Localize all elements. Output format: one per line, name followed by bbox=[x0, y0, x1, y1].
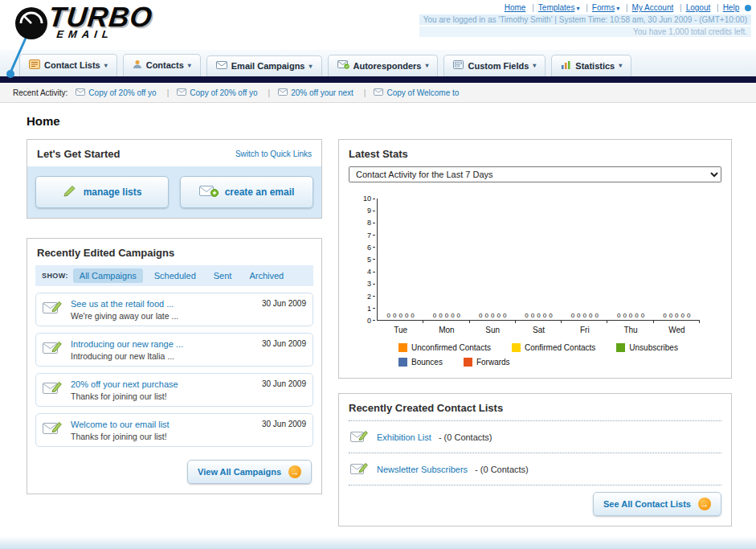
left-column: Let's Get Started Switch to Quick Links … bbox=[27, 139, 322, 494]
campaign-title-link[interactable]: See us at the retail food ... bbox=[71, 299, 255, 309]
chevron-down-icon: ▾ bbox=[576, 5, 579, 12]
nav-tab-autoresponders[interactable]: Autoresponders ▾ bbox=[328, 55, 439, 76]
nav-tab-label: Autoresponders bbox=[353, 61, 422, 71]
pencil-icon bbox=[63, 185, 77, 200]
campaign-date: 30 Jun 2009 bbox=[262, 339, 306, 348]
recent-activity-bar: Recent Activity: Copy of 20% off yo Copy… bbox=[0, 83, 756, 103]
main-content: Home Let's Get Started Switch to Quick L… bbox=[0, 103, 756, 526]
chart-y-axis: 109876543210 bbox=[363, 199, 377, 321]
campaign-subtitle: We're giving away our late ... bbox=[71, 311, 255, 321]
recent-contact-lists-title: Recently Created Contact Lists bbox=[339, 394, 731, 420]
email-campaigns-icon bbox=[216, 61, 227, 71]
login-info: You are logged in as 'Timothy Smith' | S… bbox=[419, 14, 751, 25]
switch-quick-links-link[interactable]: Switch to Quick Links bbox=[235, 150, 312, 158]
legend-item: Unsubscribes bbox=[616, 343, 678, 352]
latest-stats-title: Latest Stats bbox=[339, 140, 731, 166]
campaign-title-link[interactable]: Welcome to our email list bbox=[71, 420, 255, 429]
chart-category: 00000Fri bbox=[562, 199, 607, 320]
edit-list-icon bbox=[350, 461, 370, 477]
chevron-down-icon: ▾ bbox=[533, 62, 536, 69]
manage-lists-button[interactable]: manage lists bbox=[35, 176, 169, 208]
nav-link-home[interactable]: Home bbox=[505, 3, 526, 12]
tab-scheduled[interactable]: Scheduled bbox=[148, 268, 202, 283]
chart-category: 00000Sat bbox=[516, 199, 562, 320]
chevron-down-icon: ▾ bbox=[616, 5, 619, 12]
recent-campaigns-title: Recently Edited Campaigns bbox=[27, 239, 321, 265]
edit-campaign-icon bbox=[43, 379, 63, 399]
nav-link-templates[interactable]: Templates bbox=[538, 3, 575, 12]
nav-link-my-account[interactable]: My Account bbox=[632, 3, 674, 12]
chevron-down-icon: ▾ bbox=[425, 62, 428, 69]
contact-activity-chart: 109876543210 00000Tue00000Mon00000Sun000… bbox=[339, 194, 731, 378]
view-all-campaigns-button[interactable]: View All Campaigns → bbox=[187, 460, 312, 484]
recent-activity-label: Recent Activity: bbox=[13, 88, 67, 97]
recent-activity-link[interactable]: Copy of 20% off yo bbox=[190, 88, 257, 97]
edit-campaign-icon bbox=[43, 339, 63, 358]
contacts-icon bbox=[133, 59, 142, 71]
main-nav: Contact Lists ▾ Contacts ▾ Email Campaig… bbox=[0, 50, 756, 76]
campaign-item: See us at the retail food ... We're givi… bbox=[35, 293, 313, 326]
tab-sent[interactable]: Sent bbox=[207, 268, 239, 283]
header-right: Home Templates▾ Forms▾ My Account Logout… bbox=[419, 3, 751, 37]
recent-activity-link[interactable]: Copy of Welcome to bbox=[386, 88, 459, 97]
campaign-item: 20% off your next purchase Thanks for jo… bbox=[35, 373, 313, 407]
right-column: Latest Stats Contact Activity for the La… bbox=[338, 139, 732, 526]
contact-list-detail: - (0 Contacts) bbox=[475, 465, 529, 474]
campaign-date: 30 Jun 2009 bbox=[262, 420, 306, 428]
create-email-label: create an email bbox=[225, 186, 295, 198]
recent-activity-link[interactable]: 20% off your next bbox=[291, 88, 353, 97]
custom-fields-icon bbox=[453, 60, 464, 71]
nav-link-forms[interactable]: Forms bbox=[592, 3, 615, 12]
envelope-icon bbox=[278, 88, 288, 97]
campaign-filter-bar: SHOW: All Campaigns Scheduled Sent Archi… bbox=[35, 265, 313, 286]
page-bottom-strip bbox=[0, 536, 756, 549]
nav-tab-label: Statistics bbox=[575, 61, 615, 71]
tab-all-campaigns[interactable]: All Campaigns bbox=[73, 268, 143, 283]
nav-link-logout[interactable]: Logout bbox=[686, 3, 711, 12]
envelope-icon bbox=[374, 88, 383, 97]
edit-campaign-icon bbox=[43, 420, 63, 439]
envelope-plus-icon bbox=[199, 184, 219, 200]
nav-tab-label: Custom Fields bbox=[468, 61, 529, 71]
legend-item: Confirmed Contacts bbox=[512, 343, 595, 352]
header-edge-dot bbox=[745, 5, 751, 11]
page-title: Home bbox=[27, 114, 732, 128]
see-all-contact-lists-label: See All Contact Lists bbox=[603, 499, 691, 509]
chart-category: 00000Wed bbox=[654, 199, 700, 320]
recent-activity-item: Copy of 20% off yo bbox=[76, 88, 169, 97]
get-started-body: manage lists create an email bbox=[27, 166, 321, 218]
campaign-title-link[interactable]: 20% off your next purchase bbox=[71, 379, 255, 389]
chart-category: 00000Thu bbox=[607, 199, 653, 320]
get-started-title: Let's Get Started bbox=[37, 148, 121, 160]
arrow-right-icon: → bbox=[698, 498, 711, 510]
recent-activity-item: 20% off your next bbox=[278, 88, 366, 97]
recent-contact-lists-panel: Recently Created Contact Lists Exhibitio… bbox=[338, 393, 732, 526]
nav-tab-contacts[interactable]: Contacts ▾ bbox=[123, 54, 201, 76]
top-header: TURBO EMAIL Home Templates▾ Forms▾ My Ac… bbox=[0, 0, 756, 50]
chart-category: 00000Tue bbox=[378, 199, 423, 320]
tab-archived[interactable]: Archived bbox=[243, 268, 290, 283]
campaign-subtitle: Thanks for joining our list! bbox=[71, 432, 255, 441]
latest-stats-panel: Latest Stats Contact Activity for the La… bbox=[338, 139, 732, 379]
edit-campaign-icon bbox=[43, 299, 63, 318]
campaign-title-link[interactable]: Introducing our new range ... bbox=[71, 339, 255, 349]
see-all-contact-lists-button[interactable]: See All Contact Lists → bbox=[593, 492, 721, 516]
chevron-down-icon: ▾ bbox=[188, 62, 191, 69]
nav-tab-email-campaigns[interactable]: Email Campaigns ▾ bbox=[206, 55, 322, 76]
recent-activity-link[interactable]: Copy of 20% off yo bbox=[88, 88, 156, 97]
campaign-subtitle: Thanks for joining our list! bbox=[71, 391, 255, 401]
contact-list-link[interactable]: Newsletter Subscribers bbox=[377, 465, 468, 474]
arrow-right-icon: → bbox=[288, 465, 301, 478]
show-label: SHOW: bbox=[42, 272, 68, 280]
nav-tab-statistics[interactable]: Statistics ▾ bbox=[551, 55, 631, 76]
create-email-button[interactable]: create an email bbox=[180, 176, 313, 208]
stats-period-select[interactable]: Contact Activity for the Last 7 Days bbox=[349, 166, 721, 182]
nav-tab-custom-fields[interactable]: Custom Fields ▾ bbox=[443, 55, 546, 76]
campaign-date: 30 Jun 2009 bbox=[262, 299, 306, 308]
contact-list-link[interactable]: Exhibition List bbox=[377, 432, 431, 442]
legend-item: Forwards bbox=[464, 358, 510, 367]
statistics-icon bbox=[561, 60, 571, 71]
campaign-date: 30 Jun 2009 bbox=[262, 379, 306, 388]
nav-link-help[interactable]: Help bbox=[723, 3, 740, 12]
contact-list-detail: - (0 Contacts) bbox=[439, 432, 492, 442]
